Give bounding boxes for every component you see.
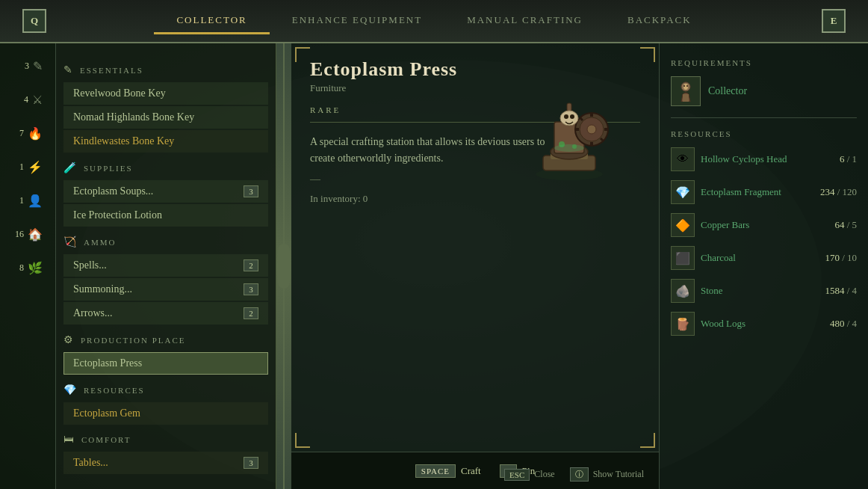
sidebar-count-1: 4 [24, 94, 28, 105]
svg-point-16 [564, 114, 568, 119]
item-image [495, 55, 644, 204]
svg-point-18 [554, 144, 584, 152]
craft-label: Craft [461, 465, 481, 477]
list-item-ectoplasm-press[interactable]: Ectoplasm Press [63, 352, 268, 375]
nav-tab-backpack[interactable]: BACKPACK [605, 8, 714, 34]
center-panel: Ectoplasm Press Furniture RARE A special… [291, 43, 659, 489]
resource-count-5: 480 / 4 [830, 318, 857, 330]
resource-icon-4: 🪨 [671, 279, 695, 303]
sidebar-ico-5: 🏠 [28, 227, 43, 242]
list-item-spells[interactable]: Spells...2 [63, 254, 268, 277]
sidebar-ico-1: ⚔ [32, 93, 43, 107]
item-label: Ectoplasm Soups... [73, 185, 153, 197]
resource-name-1: Ectoplasm Fragment [701, 186, 814, 198]
sidebar-count-2: 7 [19, 128, 24, 139]
item-badge: 3 [244, 283, 258, 295]
resources-divider [671, 117, 857, 118]
sidebar-icon-3[interactable]: 1⚡ [9, 152, 46, 182]
list-item-ice-protection-lotion[interactable]: Ice Protection Lotion [63, 204, 268, 227]
resources-header: RESOURCES [671, 129, 857, 138]
resource-row-1: 💎 Ectoplasm Fragment 234 / 120 [671, 180, 857, 204]
sidebar-ico-2: 🔥 [28, 126, 43, 141]
list-item-kindlewastes-bone-key[interactable]: Kindlewastes Bone Key [63, 130, 268, 153]
svg-point-7 [587, 125, 596, 134]
close-label: Close [534, 469, 554, 480]
nav-tab-collector[interactable]: COLLECTOR [154, 8, 269, 34]
resource-count-2: 64 / 5 [834, 219, 857, 231]
nav-tabs: COLLECTORENHANCE EQUIPMENTMANUAL CRAFTIN… [54, 8, 814, 34]
item-label: Kindlewastes Bone Key [73, 135, 174, 147]
corner-decoration-bl [295, 433, 310, 448]
resource-row-5: 🪵 Wood Logs 480 / 4 [671, 312, 857, 336]
list-item-ectoplasm-soups[interactable]: Ectoplasm Soups...3 [63, 180, 268, 203]
bottom-bar: SPACE Craft F Pin ESC Close ⓘ Show Tutor… [291, 452, 659, 489]
section-header-essentials: ✎ESSENTIALS [63, 64, 268, 76]
tutorial-label: Show Tutorial [593, 469, 644, 480]
item-label: Ice Protection Lotion [73, 209, 162, 221]
sidebar-icon-6[interactable]: 8🌿 [9, 253, 46, 283]
list-item-summoning[interactable]: Summoning...3 [63, 278, 268, 301]
resource-row-0: 👁 Hollow Cyclops Head 6 / 1 [671, 147, 857, 171]
item-badge: 2 [244, 307, 258, 319]
left-key-button[interactable]: Q [22, 9, 46, 33]
scroll-indicator [278, 244, 290, 289]
item-label: Arrows... [73, 307, 113, 319]
resource-name-4: Stone [701, 285, 819, 297]
sidebar-icon-0[interactable]: 3✎ [9, 51, 46, 81]
resource-list: 👁 Hollow Cyclops Head 6 / 1 💎 Ectoplasm … [671, 147, 857, 336]
section-icon-ammo: 🏹 [63, 236, 78, 248]
list-item-nomad-highlands-bone-key[interactable]: Nomad Highlands Bone Key [63, 106, 268, 129]
sidebar-count-3: 1 [19, 162, 24, 173]
resource-name-3: Charcoal [701, 252, 819, 264]
resource-count-0: 6 / 1 [840, 153, 857, 165]
resource-icon-2: 🔶 [671, 213, 695, 237]
close-hint[interactable]: ESC Close [504, 469, 555, 481]
resource-name-0: Hollow Cyclops Head [701, 153, 834, 165]
corner-decoration-tl [295, 47, 310, 62]
sidebar-count-6: 8 [19, 262, 24, 274]
corner-decoration-br [640, 433, 655, 448]
tutorial-hint[interactable]: ⓘ Show Tutorial [570, 467, 644, 482]
section-icon-comfort: 🛏 [63, 434, 75, 446]
sidebar-icon-4[interactable]: 1👤 [9, 185, 46, 215]
nav-tab-enhance-equipment[interactable]: ENHANCE EQUIPMENT [270, 8, 444, 34]
item-label: Ectoplasm Press [73, 357, 142, 369]
resource-icon-5: 🪵 [671, 312, 695, 336]
list-item-tables[interactable]: Tables...3 [63, 452, 268, 474]
collector-requirement: Collector [671, 76, 857, 106]
section-header-comfort: 🛏COMFORT [63, 434, 268, 446]
list-item-ectoplasm-gem[interactable]: Ectoplasm Gem [63, 402, 268, 425]
close-key: ESC [504, 469, 530, 481]
section-icon-resources: 💎 [63, 384, 78, 396]
sidebar-ico-0: ✎ [33, 59, 43, 73]
item-label: Ectoplasm Gem [73, 408, 140, 419]
right-key-button[interactable]: E [822, 9, 846, 33]
item-badge: 2 [244, 259, 258, 271]
sidebar-icon-1[interactable]: 4⚔ [9, 84, 46, 114]
resource-icon-3: ⬛ [671, 246, 695, 270]
craft-button[interactable]: SPACE Craft [415, 464, 481, 478]
svg-rect-25 [683, 94, 689, 102]
resource-row-2: 🔶 Copper Bars 64 / 5 [671, 213, 857, 237]
sidebar-icon-5[interactable]: 16🏠 [9, 219, 46, 249]
top-navigation: Q COLLECTORENHANCE EQUIPMENTMANUAL CRAFT… [0, 0, 868, 43]
nav-tab-manual-crafting[interactable]: MANUAL CRAFTING [444, 8, 605, 34]
resource-icon-0: 👁 [671, 147, 695, 171]
resource-name-2: Copper Bars [701, 219, 828, 231]
sidebar-icon-2[interactable]: 7🔥 [9, 118, 46, 148]
svg-point-24 [686, 85, 688, 87]
resource-count-4: 1584 / 4 [825, 285, 857, 297]
collector-icon [671, 76, 701, 106]
list-item-revelwood-bone-key[interactable]: Revelwood Bone Key [63, 82, 268, 105]
tutorial-key: ⓘ [570, 467, 589, 482]
collector-label: Collector [708, 85, 747, 97]
sidebar-ico-4: 👤 [28, 194, 43, 208]
item-badge: 3 [244, 185, 258, 197]
item-label: Summoning... [73, 283, 132, 295]
svg-point-19 [559, 141, 565, 147]
resource-icon-1: 💎 [671, 180, 695, 204]
item-label: Spells... [73, 259, 107, 271]
resource-count-1: 234 / 120 [820, 186, 857, 198]
list-item-arrows[interactable]: Arrows...2 [63, 302, 268, 325]
requirements-header: REQUIREMENTS [671, 58, 857, 67]
